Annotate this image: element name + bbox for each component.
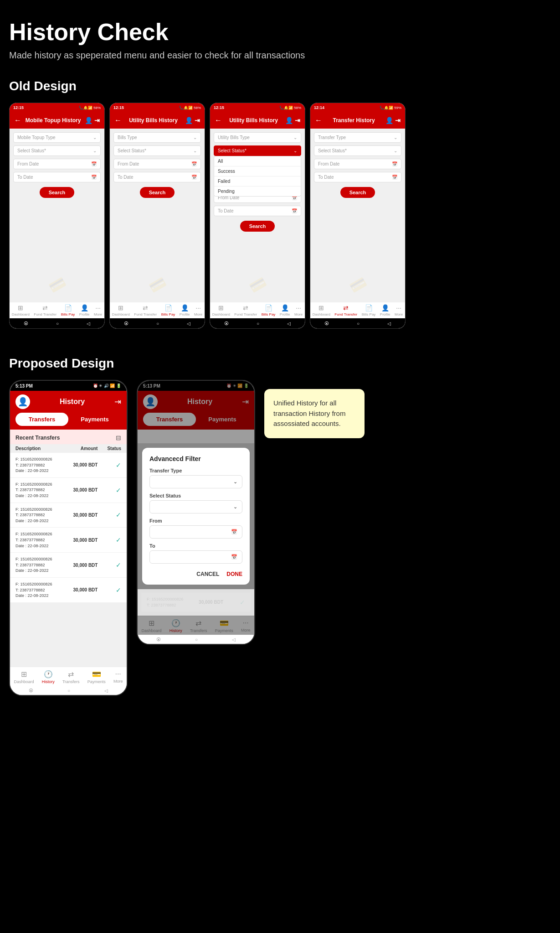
nav-bills-pay-3[interactable]: 📄Bills Pay (262, 304, 276, 316)
row-desc: F: 15165200000826 T: 23873778882 Date : … (15, 482, 62, 499)
row-amount: 30,000 BDT (62, 538, 98, 543)
nav-fund-transfer-2[interactable]: ⇄Fund Transfer (134, 304, 157, 316)
to-date-input[interactable]: 📅 (149, 550, 242, 564)
new-nav-more-2: ···More (241, 619, 251, 633)
nav-dashboard-4[interactable]: ⊞Dashboard (313, 304, 330, 316)
nav-dashboard-3[interactable]: ⊞Dashboard (212, 304, 230, 316)
tabs-bar-2: Transfers Payments (138, 413, 254, 430)
new-nav-payments-2: 💳Payments (215, 619, 233, 633)
nav-fund-transfer-1[interactable]: ⇄Fund Transfer (34, 304, 57, 316)
row-desc: F: 15165200000826 T: 23873778882 Date : … (15, 507, 62, 524)
transfer-type-select[interactable]: ⌄ (149, 475, 242, 488)
logout-icon-1[interactable]: ⇥ (114, 397, 121, 407)
phone-new-1: 5:13 PM ⏰ ✳ 🔊 📶 🔋 👤 History ⇥ Transfers … (9, 380, 128, 696)
status-bar-2: 12:15 📞🔔📶 58% (110, 103, 205, 112)
field-bills-type[interactable]: Bills Type ⌄ (113, 132, 201, 143)
back-arrow-icon-2[interactable]: ← (114, 116, 122, 124)
status-time-4: 12:14 (314, 105, 324, 110)
new-status-bar-1: 5:13 PM ⏰ ✳ 🔊 📶 🔋 (10, 381, 127, 391)
filter-icon-1[interactable]: ⊟ (116, 434, 121, 441)
field-from-date[interactable]: From Date 📅 (13, 159, 101, 169)
phone-body-4: Transfer Type ⌄ Select Status* ⌄ From Da… (310, 129, 405, 302)
nav-more-2[interactable]: ···More (194, 304, 202, 316)
dropdown-failed[interactable]: Failed (214, 176, 301, 187)
nav-fund-transfer-3[interactable]: ⇄Fund Transfer (234, 304, 257, 316)
new-header-title-2: History (162, 398, 237, 406)
field-from-date-4[interactable]: From Date 📅 (314, 159, 401, 169)
header-title-3: Utility Bills History (226, 117, 282, 124)
nav-profile-1[interactable]: 👤Profile (79, 304, 90, 316)
field-select-status[interactable]: Select Status* ⌄ (13, 145, 101, 156)
nav-profile-2[interactable]: 👤Profile (180, 304, 190, 316)
back-arrow-icon-4[interactable]: ← (315, 116, 322, 124)
android-bar-3: ⦿ ○ ◁ (210, 318, 305, 328)
to-label: To (149, 543, 242, 549)
row-amount: 30,000 BDT (62, 587, 98, 592)
dropdown-success[interactable]: Success (214, 166, 301, 176)
nav-more-4[interactable]: ···More (395, 304, 403, 316)
chevron-icon: ⌄ (193, 148, 197, 153)
recent-transfers-header: Recent Transfers ⊟ (10, 430, 127, 444)
field-to-date[interactable]: To Date 📅 (13, 172, 101, 182)
new-nav-transfers[interactable]: ⇄Transfers (62, 670, 80, 684)
android-bar-2: ⦿ ○ ◁ (110, 318, 205, 328)
nav-more-3[interactable]: ···More (294, 304, 303, 316)
new-status-bar-2: 5:13 PM ⏰ ✳ 📶 🔋 (138, 381, 254, 391)
field-select-status-4[interactable]: Select Status* ⌄ (314, 145, 401, 156)
search-button-3[interactable]: Search (240, 221, 275, 232)
proposed-design-label: Proposed Design (9, 356, 551, 371)
search-button-2[interactable]: Search (140, 187, 175, 198)
field-bills-type-3[interactable]: Utility Bills Type ⌄ (214, 132, 301, 143)
tab-payments[interactable]: Payments (68, 413, 121, 426)
calendar-icon: 📅 (392, 175, 397, 180)
status-icons-4: 📞🔔📶 59% (380, 106, 401, 110)
nav-dashboard-2[interactable]: ⊞Dashboard (112, 304, 130, 316)
col-header-desc: Description (15, 446, 62, 451)
nav-profile-3[interactable]: 👤Profile (280, 304, 290, 316)
field-to-date-2[interactable]: To Date 📅 (113, 172, 201, 182)
back-arrow-icon-3[interactable]: ← (215, 116, 222, 124)
table-row: F: 15165200000826 T: 23873778882 Date : … (10, 503, 127, 528)
field-to-date-4[interactable]: To Date 📅 (314, 172, 401, 182)
tab-transfers[interactable]: Transfers (15, 413, 68, 426)
field-transfer-type[interactable]: Transfer Type ⌄ (314, 132, 401, 143)
nav-bills-pay-2[interactable]: 📄Bills Pay (161, 304, 175, 316)
new-status-icons-1: ⏰ ✳ 🔊 📶 🔋 (93, 384, 121, 388)
nav-dashboard-1[interactable]: ⊞Dashboard (12, 304, 30, 316)
phone-old-2: 12:15 📞🔔📶 58% ← Utility Bills History 👤 … (109, 103, 205, 329)
phone-old-4: 12:14 📞🔔📶 59% ← Transfer History 👤 ⇥ Tra… (310, 103, 406, 329)
nav-bills-pay-4[interactable]: 📄Bills Pay (362, 304, 376, 316)
nav-fund-transfer-4[interactable]: ⇄Fund Transfer (334, 304, 357, 316)
calendar-icon: 📅 (392, 161, 397, 166)
new-nav-payments[interactable]: 💳Payments (87, 670, 106, 684)
new-nav-history[interactable]: 🕐History (42, 670, 55, 684)
table-header: Description Amount Status (10, 444, 127, 453)
cancel-button[interactable]: CANCEL (196, 571, 219, 577)
nav-profile-4[interactable]: 👤Profile (380, 304, 390, 316)
dropdown-pending[interactable]: Pending (214, 187, 301, 196)
status-time-3: 12:15 (214, 105, 224, 110)
note-text: Unified History for all transaction Hist… (273, 399, 345, 427)
status-icons-1: 📞🔔📶 58% (79, 106, 101, 110)
from-date-input[interactable]: 📅 (149, 525, 242, 539)
status-dropdown: All Success Failed Pending (214, 156, 301, 197)
field-to-date-3[interactable]: To Date 📅 (214, 206, 301, 216)
done-button[interactable]: DONE (226, 571, 242, 577)
field-topup-type[interactable]: Mobile Topup Type ⌄ (13, 132, 101, 143)
nav-more-1[interactable]: ···More (94, 304, 102, 316)
search-button-4[interactable]: Search (340, 187, 375, 198)
field-select-status-3[interactable]: Select Status* ⌄ (214, 145, 301, 156)
new-nav-dashboard[interactable]: ⊞Dashboard (14, 670, 34, 684)
nav-bills-pay-1[interactable]: 📄Bills Pay (61, 304, 75, 316)
back-arrow-icon-1[interactable]: ← (14, 116, 21, 124)
new-nav-more[interactable]: ···More (113, 670, 123, 684)
chevron-down-icon: ⌄ (233, 504, 237, 510)
dropdown-all[interactable]: All (214, 156, 301, 166)
search-button-1[interactable]: Search (40, 187, 75, 198)
header-icons-3: 👤 ⇥ (285, 117, 300, 124)
select-status-select[interactable]: ⌄ (149, 500, 242, 513)
field-select-status-2[interactable]: Select Status* ⌄ (113, 145, 201, 156)
phone-nav-4: ⊞Dashboard ⇄Fund Transfer 📄Bills Pay 👤Pr… (310, 302, 405, 318)
header-title-1: Mobile Topup History (25, 117, 81, 124)
field-from-date-2[interactable]: From Date 📅 (113, 159, 201, 169)
